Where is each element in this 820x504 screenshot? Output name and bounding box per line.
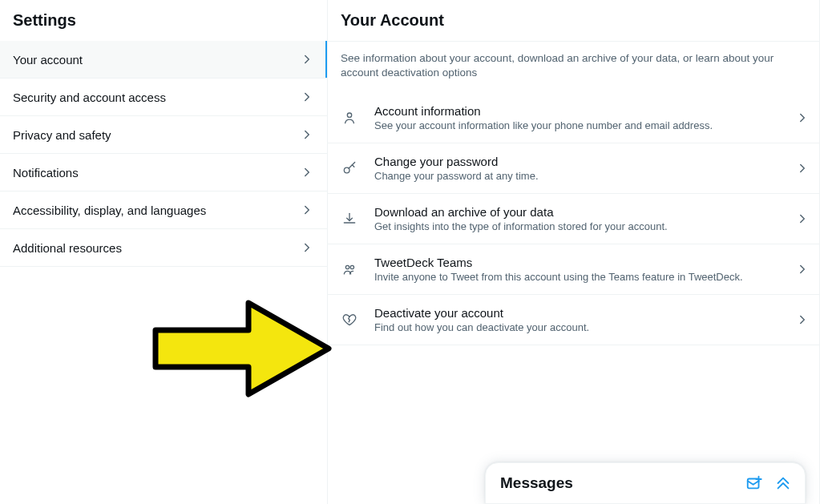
option-change-password[interactable]: Change your password Change your passwor… [328,143,819,194]
chevron-right-icon [300,240,314,255]
heartbreak-icon [341,311,358,329]
option-subtitle: Invite anyone to Tweet from this account… [374,271,795,283]
chevron-right-icon [300,127,314,142]
nav-item-label: Notifications [13,166,79,179]
messages-title: Messages [500,474,734,492]
chevron-right-icon [300,165,314,179]
messages-drawer[interactable]: Messages [485,462,806,504]
new-message-icon[interactable] [745,474,763,492]
option-subtitle: Find out how you can deactivate your acc… [374,321,795,333]
account-title: Your Account [328,0,819,41]
option-subtitle: See your account information like your p… [374,119,795,131]
nav-item-label: Accessibility, display, and languages [13,204,206,217]
svg-rect-4 [748,479,759,489]
nav-item-your-account[interactable]: Your account [0,41,327,79]
settings-title: Settings [0,0,327,41]
option-text: Download an archive of your data Get ins… [374,205,795,232]
settings-nav: Your account Security and account access… [0,41,327,267]
svg-point-0 [347,113,351,117]
account-pane: Your Account See information about your … [328,0,820,504]
option-text: Deactivate your account Find out how you… [374,306,795,333]
option-text: Account information See your account inf… [374,104,795,131]
nav-item-label: Additional resources [13,241,122,255]
nav-item-accessibility[interactable]: Accessibility, display, and languages [0,192,327,229]
option-tweetdeck-teams[interactable]: TweetDeck Teams Invite anyone to Tweet f… [328,244,819,295]
users-icon [341,260,358,278]
nav-item-label: Your account [13,53,83,67]
nav-item-security[interactable]: Security and account access [0,79,327,116]
option-text: TweetDeck Teams Invite anyone to Tweet f… [374,256,795,283]
nav-item-notifications[interactable]: Notifications [0,154,327,192]
option-title: Download an archive of your data [374,205,795,219]
key-icon [341,159,358,177]
chevron-right-icon [300,203,314,217]
nav-item-label: Security and account access [13,91,166,104]
option-title: Account information [374,104,795,118]
option-title: Change your password [374,155,795,168]
account-header: Your Account [328,0,819,42]
chevron-right-icon [795,312,810,327]
option-account-information[interactable]: Account information See your account inf… [328,93,819,143]
option-subtitle: Get insights into the type of informatio… [374,220,795,232]
expand-drawer-icon[interactable] [774,474,792,492]
chevron-right-icon [300,90,314,104]
nav-item-resources[interactable]: Additional resources [0,229,327,267]
chevron-right-icon [795,111,810,125]
nav-item-privacy[interactable]: Privacy and safety [0,116,327,154]
svg-point-3 [350,266,353,269]
option-download-archive[interactable]: Download an archive of your data Get ins… [328,194,819,244]
option-text: Change your password Change your passwor… [374,155,795,182]
chevron-right-icon [795,262,810,276]
nav-item-label: Privacy and safety [13,128,111,142]
user-icon [341,109,358,127]
annotation-arrow [151,296,335,401]
chevron-right-icon [300,52,314,67]
option-deactivate-account[interactable]: Deactivate your account Find out how you… [328,295,819,345]
option-title: Deactivate your account [374,306,795,320]
chevron-right-icon [795,161,810,175]
chevron-right-icon [795,212,810,226]
download-icon [341,210,358,228]
svg-point-2 [345,266,349,269]
option-subtitle: Change your password at any time. [374,170,795,182]
settings-pane: Settings Your account Security and accou… [0,0,328,504]
account-description: See information about your account, down… [328,42,819,93]
option-title: TweetDeck Teams [374,256,795,269]
